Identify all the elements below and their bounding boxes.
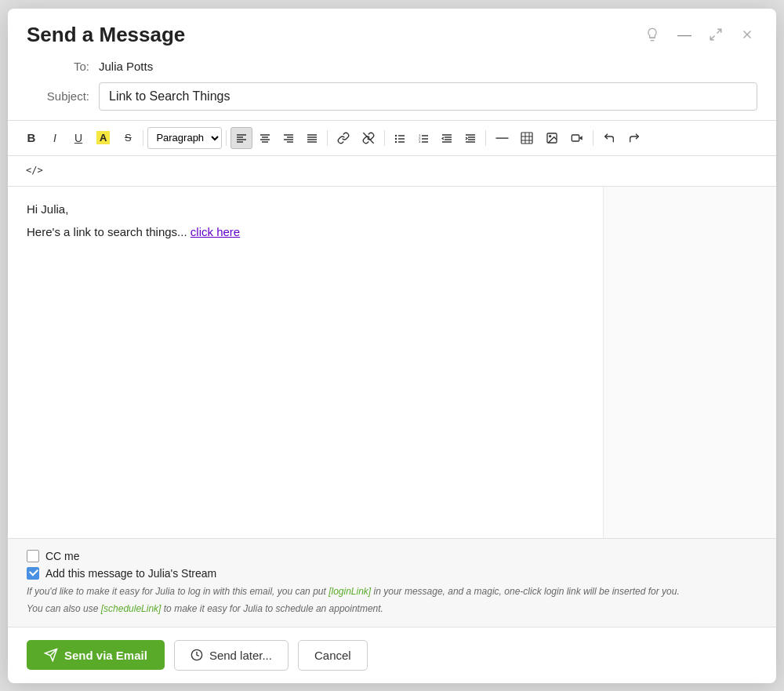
stream-row: Add this message to Julia's Stream xyxy=(27,567,757,580)
italic-button[interactable]: I xyxy=(44,127,66,149)
subject-input[interactable] xyxy=(99,82,757,111)
image-button[interactable] xyxy=(540,127,564,149)
schedule-link-hint: You can also use [scheduleLink] to make … xyxy=(27,602,757,616)
toolbar-divider-1 xyxy=(143,130,143,146)
minimize-icon: — xyxy=(677,27,691,42)
subject-label: Subject: xyxy=(27,89,89,103)
editor-main[interactable]: Hi Julia, Here's a link to search things… xyxy=(8,187,604,538)
login-link-token[interactable]: [loginLink] xyxy=(328,586,371,597)
highlight-button[interactable]: A xyxy=(91,127,115,149)
editor-sidebar xyxy=(604,187,776,538)
align-right-button[interactable] xyxy=(278,127,299,149)
dialog-footer: Send via Email Send later... Cancel xyxy=(8,627,776,683)
ul-button[interactable] xyxy=(389,127,411,149)
send-message-dialog: Send a Message — xyxy=(8,9,776,683)
toolbar-row-2: </> xyxy=(8,156,776,187)
cc-me-checkbox[interactable] xyxy=(27,550,39,562)
lightbulb-icon-button[interactable] xyxy=(641,24,663,45)
minimize-button[interactable]: — xyxy=(674,24,695,45)
video-button[interactable] xyxy=(565,127,589,149)
send-later-button[interactable]: Send later... xyxy=(174,640,289,671)
bold-button[interactable]: B xyxy=(20,127,42,149)
unlink-button[interactable] xyxy=(357,127,380,149)
stream-checkbox[interactable] xyxy=(27,567,39,580)
editor-body: Here's a link to search things... click … xyxy=(27,225,584,238)
svg-point-25 xyxy=(395,140,397,142)
editor-body-text: Here's a link to search things... xyxy=(27,225,187,238)
stream-label: Add this message to Julia's Stream xyxy=(45,567,216,580)
undo-button[interactable] xyxy=(597,127,621,149)
link-button[interactable] xyxy=(332,127,355,149)
svg-point-21 xyxy=(395,134,397,136)
dialog-title: Send a Message xyxy=(27,23,185,47)
editor-area: Hi Julia, Here's a link to search things… xyxy=(8,187,776,538)
to-value: Julia Potts xyxy=(99,60,153,73)
restore-button[interactable] xyxy=(706,24,726,45)
indent-button[interactable] xyxy=(459,127,481,149)
toolbar-divider-6 xyxy=(593,130,593,146)
align-justify-button[interactable] xyxy=(301,127,323,149)
options-section: CC me Add this message to Julia's Stream… xyxy=(8,538,776,627)
cc-me-row: CC me xyxy=(27,550,757,562)
strikethrough-button[interactable]: S xyxy=(117,127,139,149)
send-email-label: Send via Email xyxy=(64,649,147,662)
toolbar-divider-2 xyxy=(226,130,227,146)
send-later-label: Send later... xyxy=(209,649,272,662)
toolbar-divider-5 xyxy=(485,130,486,146)
hint1-post: in your message, and a magic, one-click … xyxy=(371,586,680,597)
svg-text:3.: 3. xyxy=(419,140,421,144)
svg-line-1 xyxy=(710,36,714,40)
to-row: To: Julia Potts xyxy=(8,55,776,78)
svg-rect-48 xyxy=(572,135,579,141)
cancel-label: Cancel xyxy=(314,649,351,662)
underline-button[interactable]: U xyxy=(67,127,89,149)
schedule-link-token[interactable]: [scheduleLink] xyxy=(101,603,162,614)
align-left-button[interactable] xyxy=(230,127,252,149)
svg-line-0 xyxy=(717,29,721,33)
subject-row: Subject: xyxy=(8,78,776,115)
svg-rect-41 xyxy=(521,133,532,144)
clock-icon xyxy=(191,649,203,661)
cc-me-label: CC me xyxy=(45,550,80,562)
ol-button[interactable]: 1.2.3. xyxy=(412,127,434,149)
svg-point-23 xyxy=(395,137,397,139)
send-icon xyxy=(44,648,58,662)
toolbar-divider-3 xyxy=(327,130,328,146)
editor-greeting: Hi Julia, xyxy=(27,202,584,216)
cancel-button[interactable]: Cancel xyxy=(298,640,368,671)
editor-toolbar: B I U A S Paragraph Heading 1 Heading 2 … xyxy=(8,120,776,156)
svg-point-47 xyxy=(550,135,551,136)
login-link-hint: If you'd like to make it easy for Julia … xyxy=(27,584,757,598)
outdent-button[interactable] xyxy=(436,127,458,149)
toolbar-divider-4 xyxy=(384,130,385,146)
hint1-pre: If you'd like to make it easy for Julia … xyxy=(27,586,328,597)
code-button[interactable]: </> xyxy=(20,159,49,181)
close-button[interactable] xyxy=(737,24,757,45)
paragraph-select[interactable]: Paragraph Heading 1 Heading 2 Heading 3 xyxy=(147,127,222,149)
redo-button[interactable] xyxy=(622,127,646,149)
dialog-header: Send a Message — xyxy=(8,9,776,55)
editor-link[interactable]: click here xyxy=(191,225,240,238)
header-actions: — xyxy=(641,24,757,45)
hr-button[interactable]: — xyxy=(490,127,514,149)
send-email-button[interactable]: Send via Email xyxy=(27,640,165,670)
highlight-icon: A xyxy=(96,131,110,144)
hint2-pre: You can also use xyxy=(27,603,101,614)
table-button[interactable] xyxy=(515,127,539,149)
to-label: To: xyxy=(27,60,89,73)
hint2-post: to make it easy for Julia to schedule an… xyxy=(161,603,383,614)
align-center-button[interactable] xyxy=(254,127,276,149)
